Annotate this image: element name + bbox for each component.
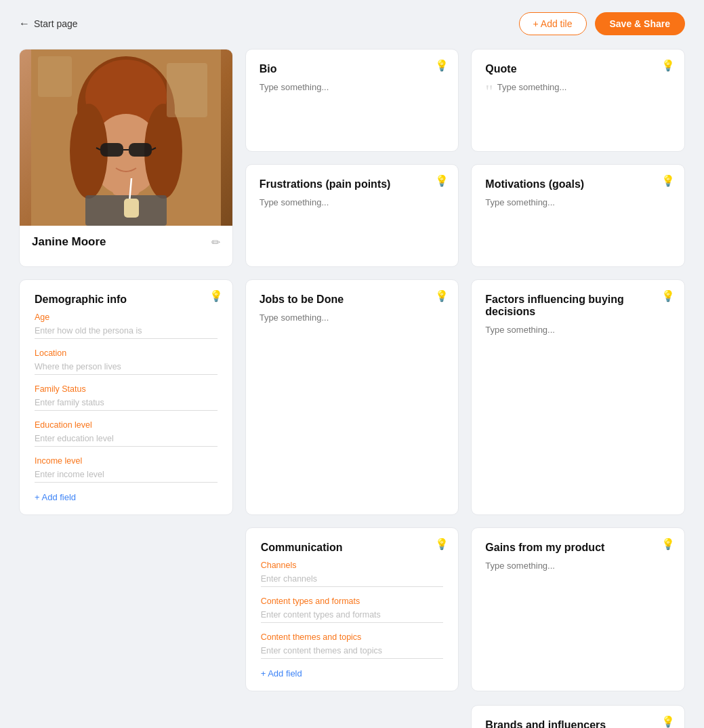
jobs-card: 💡 Jobs to be Done [245, 279, 459, 515]
demo-label-location: Location [35, 348, 218, 358]
comm-input-content-themes[interactable] [261, 644, 444, 659]
factors-input[interactable] [485, 325, 671, 379]
brands-title: Brands and influencers [485, 719, 671, 728]
motivations-card: 💡 Motivations (goals) [471, 164, 685, 267]
comm-input-content-types[interactable] [261, 608, 444, 623]
demo-input-family[interactable] [35, 396, 218, 411]
svg-rect-14 [124, 199, 139, 218]
demo-label-income: Income level [35, 456, 218, 466]
comm-input-channels[interactable] [261, 572, 444, 587]
profile-image [20, 49, 232, 226]
svg-rect-8 [129, 143, 152, 157]
main-grid: Janine Moore ✏ 💡 Bio 💡 Quote " 💡 Frustra… [0, 42, 704, 705]
quote-card: 💡 Quote " [471, 49, 685, 152]
comm-field-content-themes: Content themes and topics [261, 632, 444, 659]
profile-card: Janine Moore ✏ [19, 49, 233, 267]
demographic-hint-icon: 💡 [209, 289, 223, 302]
top-actions: + Add tile Save & Share [519, 12, 686, 35]
demographic-card: 💡 Demographic info Age Location Family S… [19, 279, 233, 515]
svg-rect-7 [100, 143, 123, 157]
profile-name: Janine Moore [32, 235, 106, 249]
profile-name-row: Janine Moore ✏ [20, 226, 232, 258]
comm-label-content-themes: Content themes and topics [261, 632, 444, 642]
frustrations-input[interactable] [260, 197, 445, 251]
back-arrow-icon: ← [19, 18, 30, 30]
gains-input[interactable] [485, 561, 671, 615]
factors-card: 💡 Factors influencing buying decisions [471, 279, 685, 515]
quote-input[interactable] [497, 82, 671, 129]
demo-input-location[interactable] [35, 360, 218, 375]
quote-mark-icon: " [485, 82, 493, 101]
gains-title: Gains from my product [485, 542, 671, 554]
back-link[interactable]: ← Start page [19, 18, 78, 30]
quote-title: Quote [485, 63, 671, 75]
demo-input-income[interactable] [35, 468, 218, 483]
add-tile-button[interactable]: + Add tile [519, 12, 587, 35]
top-bar: ← Start page + Add tile Save & Share [0, 0, 704, 42]
demo-input-education[interactable] [35, 432, 218, 447]
jobs-hint-icon: 💡 [435, 289, 449, 302]
comm-label-content-types: Content types and formats [261, 596, 444, 606]
jobs-title: Jobs to be Done [260, 294, 445, 306]
back-label: Start page [34, 18, 78, 29]
quote-hint-icon: 💡 [661, 59, 675, 72]
svg-rect-16 [38, 56, 72, 97]
comm-label-channels: Channels [261, 561, 444, 570]
edit-icon[interactable]: ✏ [211, 236, 220, 249]
demo-field-location: Location [35, 348, 218, 375]
jobs-input[interactable] [260, 312, 445, 367]
demo-field-family: Family Status [35, 384, 218, 411]
bio-card: 💡 Bio [245, 49, 459, 152]
save-share-button[interactable]: Save & Share [595, 12, 686, 35]
demo-field-education: Education level [35, 420, 218, 447]
factors-title: Factors influencing buying decisions [485, 294, 671, 318]
motivations-title: Motivations (goals) [485, 178, 671, 190]
quote-content: " [485, 82, 671, 129]
comm-field-channels: Channels [261, 561, 444, 587]
communication-add-field-button[interactable]: + Add field [261, 668, 302, 679]
demographic-title: Demographic info [35, 294, 218, 306]
frustrations-hint-icon: 💡 [435, 174, 449, 187]
frustrations-card: 💡 Frustrations (pain points) [245, 164, 459, 267]
comm-field-content-types: Content types and formats [261, 596, 444, 623]
demo-label-age: Age [35, 312, 218, 322]
svg-rect-15 [167, 63, 207, 117]
communication-card: 💡 Communication Channels Content types a… [245, 527, 459, 691]
demographic-add-field-button[interactable]: + Add field [35, 492, 76, 502]
motivations-input[interactable] [485, 197, 671, 251]
demo-field-age: Age [35, 312, 218, 339]
gains-hint-icon: 💡 [661, 538, 675, 550]
brands-card: 💡 Brands and influencers [471, 705, 685, 728]
communication-hint-icon: 💡 [435, 538, 449, 550]
avatar-svg [31, 49, 221, 226]
demo-label-education: Education level [35, 420, 218, 430]
brands-hint-icon: 💡 [661, 715, 675, 728]
frustrations-title: Frustrations (pain points) [260, 178, 445, 190]
demo-label-family: Family Status [35, 384, 218, 394]
bio-hint-icon: 💡 [435, 59, 449, 72]
demo-input-age[interactable] [35, 324, 218, 339]
gains-card: 💡 Gains from my product [471, 527, 685, 691]
factors-hint-icon: 💡 [661, 289, 675, 302]
bio-title: Bio [260, 63, 445, 75]
motivations-hint-icon: 💡 [661, 174, 675, 187]
demo-field-income: Income level [35, 456, 218, 483]
communication-title: Communication [261, 542, 444, 554]
bio-input[interactable] [260, 82, 445, 136]
